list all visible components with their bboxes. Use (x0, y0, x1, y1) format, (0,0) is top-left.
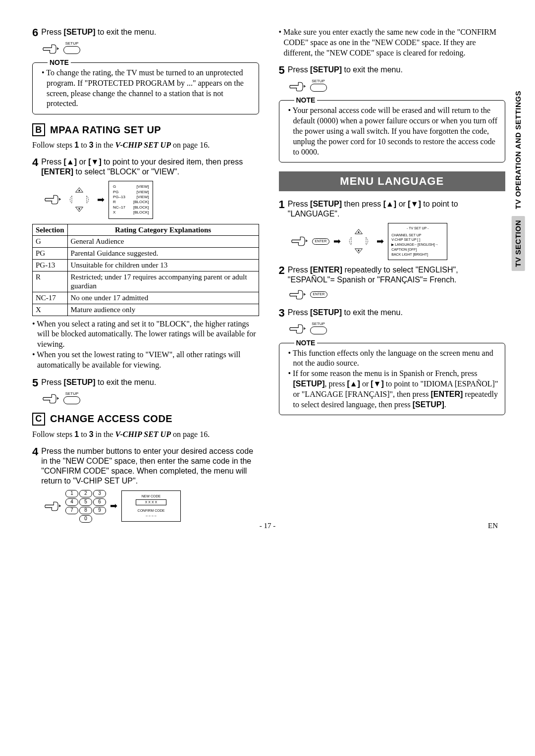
setup-key: [SETUP] (413, 400, 444, 409)
section-title: MPAA RATING SET UP (50, 124, 161, 136)
new-code-value: X X X X (136, 499, 166, 505)
button-outline (310, 326, 327, 334)
setup-button-graphic: SETUP (63, 391, 80, 407)
osd-line: CHANNEL SET UP (391, 233, 444, 238)
step-5-right: 5 Press [SETUP] to exit the menu. (279, 65, 506, 76)
step-text: Press [SETUP] then press [▲] or [▼] to p… (288, 199, 505, 219)
osd-line: CAPTION [OFF] (391, 247, 444, 252)
cell-explanation: General Audience (67, 236, 259, 248)
enter-button-diagram: ENTER (289, 288, 506, 302)
osd-row: PG–13[VIEW] (113, 195, 149, 200)
hand-icon (289, 80, 306, 94)
cell-explanation: Unsuitable for children under 13 (67, 259, 259, 271)
note-box-2: NOTE Your personal access code will be e… (279, 100, 506, 162)
key-9: 9 (93, 507, 106, 514)
step-text: Press the number buttons to enter your d… (41, 446, 259, 486)
step-number: 6 (32, 27, 38, 38)
key-6: 6 (93, 498, 106, 506)
table-row: NC-17No one under 17 admitted (33, 292, 259, 304)
setup-key: [SETUP] (310, 65, 342, 74)
step-6: 6 Press [SETUP] to exit the menu. (32, 27, 259, 38)
follow-steps-b: Follow steps 1 to 3 in the V-CHIP SET UP… (32, 140, 259, 150)
t: to exit the menu. (342, 65, 403, 74)
t: in the (94, 430, 115, 438)
note-label: NOTE (294, 96, 318, 105)
cell-explanation: Restricted; under 17 requires accompanyi… (67, 271, 259, 292)
t: Follow steps (32, 141, 74, 149)
t: Press (41, 158, 63, 166)
setup-key: [SETUP] (64, 378, 96, 386)
setup-button-diagram-2: SETUP (42, 391, 259, 407)
step-text: Press [ENTER] repeatedly to select "ENGL… (288, 265, 505, 285)
key-1: 1 (65, 490, 78, 497)
step-number: 4 (32, 446, 38, 486)
osd-row: X[BLOCK] (113, 210, 149, 215)
step-text: Press [▲] or [▼] to point to your desire… (41, 157, 259, 177)
confirm-code-value: – – – – (136, 513, 166, 518)
step-number: 1 (279, 199, 285, 219)
note-text-1: This function effects only the language … (288, 348, 499, 369)
enter-button-graphic: ENTER (312, 238, 330, 245)
note-box-1: NOTE To change the rating, the TV must b… (32, 62, 259, 114)
setup-button-graphic: SETUP (310, 79, 327, 94)
cell-selection: R (33, 271, 68, 292)
bullet-text: Make sure you enter exactly the same new… (279, 27, 506, 58)
n: 3 (89, 430, 94, 438)
note-text: Your personal access code will be erased… (288, 106, 499, 157)
t: to exit the menu. (96, 378, 157, 386)
step-2-lang: 2 Press [ENTER] repeatedly to select "EN… (279, 265, 506, 285)
step-number: 2 (279, 265, 285, 285)
arrow-right-icon: ➡ (110, 500, 117, 512)
cell-selection: PG-13 (33, 259, 68, 271)
button-outline (310, 84, 327, 92)
enter-key: [ENTER] (430, 390, 463, 398)
down-arrow-key: [▼] (408, 200, 421, 208)
key-2: 2 (79, 490, 92, 497)
hand-icon (44, 193, 61, 207)
t: to exit the menu. (342, 308, 403, 317)
enter-key: [ENTER] (41, 167, 73, 176)
language-nav-diagram: ENTER ➡ ▲▼ ➡ - TV SET UP - CHANNEL SET U… (291, 223, 506, 260)
confirm-code-label: CONFIRM CODE (126, 508, 176, 513)
step-number: 3 (279, 308, 285, 319)
label: SETUP (63, 391, 80, 396)
t: to select "BLOCK" or "VIEW". (73, 167, 179, 176)
footer: - 17 - EN (0, 521, 535, 531)
t: Press (288, 65, 310, 74)
th-selection: Selection (33, 224, 68, 236)
section-letter: C (32, 413, 45, 426)
t: , press (325, 379, 347, 388)
setup-key: [SETUP] (64, 28, 96, 36)
step-5-b: 5 Press [SETUP] to exit the menu. (32, 378, 259, 388)
t: Press (288, 266, 310, 274)
step-number: 4 (32, 157, 38, 177)
step-text: Press [SETUP] to exit the menu. (288, 65, 403, 76)
setup-button-graphic: SETUP (63, 41, 80, 56)
key-4: 4 (65, 498, 78, 506)
section-title: CHANGE ACCESS CODE (50, 413, 172, 425)
setup-button-graphic: SETUP (310, 322, 327, 337)
arrow-right-icon: ➡ (333, 236, 341, 247)
svg-text:▼: ▼ (357, 249, 360, 252)
new-code-label: NEW CODE (126, 494, 176, 498)
dpad-icon: ▲▼ (65, 186, 93, 214)
t: Press (41, 28, 63, 36)
down-arrow-key: [▼] (371, 379, 384, 388)
t: to exit the menu. (96, 28, 157, 36)
dpad-icon: ▲▼ (345, 227, 373, 255)
hand-icon (291, 234, 308, 248)
osd-row: NC–17[BLOCK] (113, 205, 149, 210)
key-7: 7 (65, 507, 78, 514)
cell-selection: X (33, 304, 68, 316)
button-outline (63, 46, 80, 54)
section-b-heading: B MPAA RATING SET UP (32, 123, 259, 136)
step-3-lang: 3 Press [SETUP] to exit the menu. (279, 308, 506, 319)
keypad: 123456789 0 (65, 490, 106, 523)
hand-icon (289, 322, 306, 336)
down-arrow-key: [▼] (88, 158, 102, 166)
note-label: NOTE (48, 58, 71, 67)
code-osd: NEW CODE X X X X CONFIRM CODE – – – – (121, 490, 181, 521)
setup-key: [SETUP] (310, 308, 342, 317)
key-3: 3 (93, 490, 106, 497)
t: Press (288, 200, 310, 208)
